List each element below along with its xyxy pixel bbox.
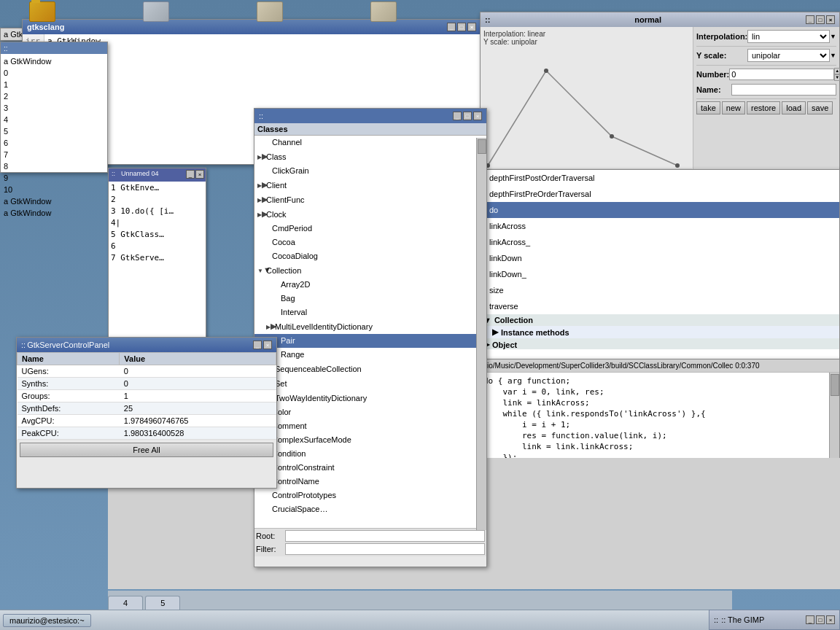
class-complexsurface[interactable]: ComplexSurfaceMode xyxy=(254,433,486,447)
class-range[interactable]: Range xyxy=(254,348,486,362)
gtksclang-titlebar[interactable]: gtksclang _ □ × xyxy=(23,20,481,34)
unnamed-min-btn[interactable]: _ xyxy=(186,170,195,179)
class-multilevel[interactable]: ▶MultiLevelIdentityDictionary xyxy=(254,319,486,334)
section-object[interactable]: ▶ Object xyxy=(481,338,839,349)
number-input[interactable] xyxy=(729,69,834,80)
unnamed-list-header[interactable]: :: Unnamed 04 _ × xyxy=(109,168,206,182)
desktop-icon-3[interactable] xyxy=(257,1,283,22)
class-controlname[interactable]: ControlName xyxy=(254,475,486,489)
server-close-btn[interactable]: × xyxy=(263,341,272,349)
section-collection[interactable]: ▼ Collection xyxy=(481,314,839,326)
close-btn[interactable]: × xyxy=(467,23,476,31)
desktop-icon-2[interactable] xyxy=(143,1,169,22)
class-sequenceable[interactable]: ▶SequenceableCollection xyxy=(254,362,486,376)
class-crucialspace[interactable]: CrucialSpace… xyxy=(254,502,486,516)
method-traverse[interactable]: traverse xyxy=(481,298,839,314)
gimp-taskbar-item[interactable]: :: :: The GIMP _ □ × xyxy=(709,610,840,630)
class-interval[interactable]: Interval xyxy=(254,306,486,319)
gimp-min-btn[interactable]: _ xyxy=(806,615,814,624)
taskbar-terminal[interactable]: maurizio@estesico:~ xyxy=(3,614,91,627)
restore-btn[interactable]: restore xyxy=(747,101,780,114)
action-buttons: take new restore load save xyxy=(696,101,836,114)
section-instance[interactable]: ▶ Instance methods xyxy=(481,326,839,338)
ugens-name: UGens: xyxy=(18,365,120,378)
free-all-btn[interactable]: Free All xyxy=(20,443,273,457)
class-clientfunc[interactable]: ▶ClientFunc xyxy=(254,192,486,207)
number-spinners: ▲ ▼ xyxy=(834,68,840,81)
method-linkdown-[interactable]: linkDown_ xyxy=(481,266,839,282)
class-controlprototypes[interactable]: ControlPrototypes xyxy=(254,489,486,502)
post-content: a GtkWindow 0 1 2 3 4 5 6 7 8 9 10 a Gtk… xyxy=(1,54,107,220)
class-twoway[interactable]: ▶TwoWayIdentityDictionary xyxy=(254,391,486,405)
class-pair[interactable]: Pair xyxy=(254,334,486,348)
code-scrollbar-thumb[interactable] xyxy=(831,374,839,396)
normal-max-btn[interactable]: □ xyxy=(816,15,825,24)
interp-row: Interpolation: lin exp step ▼ xyxy=(696,30,836,43)
scrollbar-thumb[interactable] xyxy=(478,139,486,154)
graph-svg[interactable] xyxy=(481,27,693,171)
gimp-max-btn[interactable]: □ xyxy=(816,615,825,624)
class-color[interactable]: Color xyxy=(254,405,486,419)
col-value-header: Value xyxy=(120,353,276,365)
class-client[interactable]: ▶Client xyxy=(254,178,486,192)
tab-5[interactable]: 5 xyxy=(145,596,180,610)
class-comment[interactable]: Comment xyxy=(254,419,486,433)
new-btn[interactable]: new xyxy=(722,101,745,114)
normal-titlebar[interactable]: :: normal _ □ × xyxy=(481,12,839,27)
method-linkdown[interactable]: linkDown xyxy=(481,250,839,266)
methods-list[interactable]: depthFirstPostOrderTraversal depthFirstP… xyxy=(481,170,839,349)
filter-row: Filter: xyxy=(256,543,485,555)
desktop-icon-1[interactable] xyxy=(29,1,55,22)
normal-close-btn[interactable]: × xyxy=(826,15,835,24)
filter-input[interactable] xyxy=(285,543,485,555)
classes-scrollbar[interactable] xyxy=(476,138,486,530)
class-class[interactable]: ▶Class xyxy=(254,149,486,164)
method-size[interactable]: size xyxy=(481,282,839,298)
name-input[interactable] xyxy=(731,84,836,96)
class-controlconstraint[interactable]: ControlConstraint xyxy=(254,461,486,475)
root-input[interactable] xyxy=(285,530,485,542)
classes-max-btn[interactable]: □ xyxy=(463,112,472,120)
server-min-btn[interactable]: _ xyxy=(253,341,262,349)
yscale-select[interactable]: unipolar bipolar xyxy=(747,49,830,62)
tab-4[interactable]: 4 xyxy=(108,596,143,610)
normal-min-btn[interactable]: _ xyxy=(806,15,814,24)
number-down[interactable]: ▼ xyxy=(834,74,840,81)
class-cocoadialog[interactable]: CocoaDialog xyxy=(254,249,486,263)
normal-titlebar-btns: _ □ × xyxy=(806,15,835,24)
classes-min-btn[interactable]: _ xyxy=(453,112,462,120)
desktop-icon-4[interactable] xyxy=(370,1,397,22)
client-arrow: ▶ xyxy=(257,179,265,192)
synths-name: Synths: xyxy=(18,378,120,390)
method-linkacross-[interactable]: linkAcross_ xyxy=(481,234,839,250)
class-cocoa[interactable]: Cocoa xyxy=(254,236,486,249)
class-bag[interactable]: Bag xyxy=(254,292,486,306)
class-clickgrain[interactable]: ClickGrain xyxy=(254,164,486,178)
gimp-close-btn[interactable]: × xyxy=(826,615,835,624)
load-btn[interactable]: load xyxy=(782,101,806,114)
classes-close-btn[interactable]: × xyxy=(473,112,482,120)
class-collection[interactable]: ▼Collection xyxy=(254,263,486,278)
method-linkacross[interactable]: linkAcross xyxy=(481,218,839,234)
take-btn[interactable]: take xyxy=(696,101,720,114)
minimize-btn[interactable]: _ xyxy=(447,23,456,31)
number-up[interactable]: ▲ xyxy=(834,68,840,74)
maximize-btn[interactable]: □ xyxy=(457,23,466,31)
method-do[interactable]: do xyxy=(481,202,839,218)
classes-titlebar[interactable]: :: _ □ × xyxy=(254,109,486,123)
class-clock[interactable]: ▶Clock xyxy=(254,207,486,222)
class-set[interactable]: ▶Set xyxy=(254,376,486,391)
interp-select[interactable]: lin exp step xyxy=(747,30,830,43)
class-condition[interactable]: Condition xyxy=(254,447,486,461)
save-btn[interactable]: save xyxy=(807,101,833,114)
class-array2d[interactable]: Array2D xyxy=(254,278,486,292)
method-depthfirstpost[interactable]: depthFirstPostOrderTraversal xyxy=(481,170,839,186)
classes-list[interactable]: Channel ▶Class ClickGrain ▶Client ▶Clien… xyxy=(254,136,486,528)
class-channel[interactable]: Channel xyxy=(254,136,486,149)
unnamed-close-btn[interactable]: × xyxy=(195,170,204,179)
server-titlebar[interactable]: :: GtkServerControlPanel _ × xyxy=(17,338,276,352)
class-cmdperiod[interactable]: CmdPeriod xyxy=(254,222,486,236)
method-depthfirstpre[interactable]: depthFirstPreOrderTraversal xyxy=(481,186,839,202)
peakcpu-value: 1.980316400528 xyxy=(120,427,276,440)
post-handle[interactable]: :: xyxy=(1,42,107,54)
